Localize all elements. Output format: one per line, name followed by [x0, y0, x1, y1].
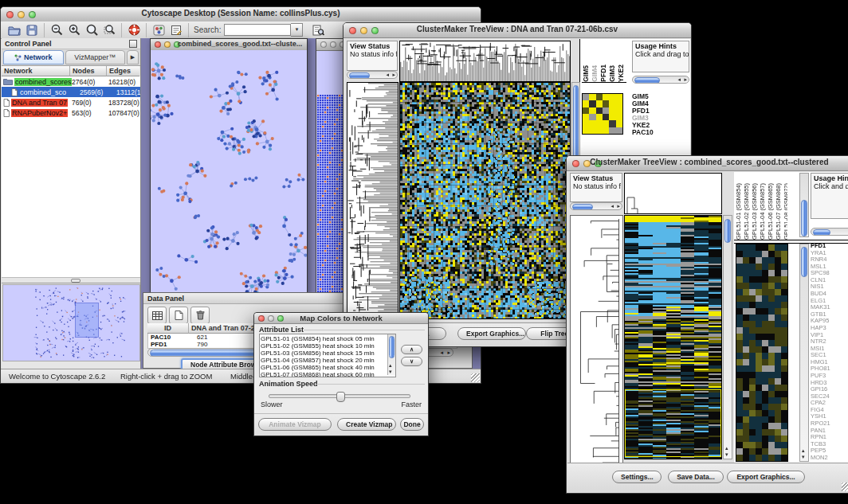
more-tabs-button[interactable]: ▶: [127, 50, 139, 64]
tv1-global-heatmap[interactable]: [399, 82, 571, 319]
heatmap-cell[interactable]: [583, 114, 589, 120]
heatmap-cell[interactable]: [596, 107, 603, 114]
heatmap-cell[interactable]: [589, 107, 595, 114]
tv1-row-dendrogram[interactable]: [347, 82, 398, 319]
attribute-list-item[interactable]: GPL51-01 (GSM854) heat shock 05 min: [261, 335, 387, 342]
gene-label[interactable]: NTR2: [811, 338, 848, 346]
attribute-list-item[interactable]: GPL51-02 (GSM855) heat shock 10 min: [261, 342, 387, 350]
heatmap-cell[interactable]: [583, 120, 589, 127]
gene-label[interactable]: PUF3: [811, 373, 848, 380]
gene-label[interactable]: RNR4: [811, 256, 848, 264]
heatmap-cell[interactable]: [583, 107, 589, 114]
attribute-list-item[interactable]: GPL51-03 (GSM856) heat shock 15 min: [261, 350, 387, 357]
column-label[interactable]: GPL51-06 (GSM865): [767, 183, 774, 240]
column-label[interactable]: GIM4: [591, 65, 599, 82]
heatmap-cell[interactable]: [589, 120, 595, 127]
heatmap-cell[interactable]: [616, 94, 622, 100]
heatmap-cell[interactable]: [616, 100, 622, 107]
heatmap-cell[interactable]: [609, 94, 615, 100]
gene-label[interactable]: GTB1: [811, 311, 848, 318]
minimize-icon[interactable]: [164, 41, 171, 48]
col-header-edges[interactable]: Edges: [107, 66, 139, 76]
tv1-title-bar[interactable]: ClusterMaker TreeView : DNA and Tran 07-…: [344, 23, 691, 38]
toolbar-annotation-icon[interactable]: [167, 22, 185, 38]
attribute-list-item[interactable]: GPL51-07 (GSM868) heat shock 60 min: [261, 371, 387, 377]
heatmap-cell[interactable]: [616, 114, 622, 120]
search-dropdown-button[interactable]: ▼: [291, 23, 303, 37]
gene-label[interactable]: CPA2: [811, 400, 848, 407]
delete-attribute-trash-icon[interactable]: [190, 307, 210, 324]
gene-label[interactable]: SPC98: [811, 270, 848, 277]
close-icon[interactable]: [155, 41, 161, 48]
minimize-icon[interactable]: [330, 41, 336, 48]
attribute-list-item[interactable]: GPL51-06 (GSM865) heat shock 40 min: [261, 364, 387, 371]
heatmap-cell[interactable]: [596, 94, 603, 100]
col-header-network[interactable]: Network: [2, 66, 70, 76]
export-graphics-button[interactable]: Export Graphics...: [457, 327, 526, 340]
toolbar-save-session-icon[interactable]: [23, 22, 41, 38]
tv2-hints-scrollbar[interactable]: [811, 228, 848, 236]
gene-label[interactable]: KAP95: [811, 318, 848, 325]
network-overview-panel[interactable]: [2, 284, 140, 361]
network-row[interactable]: combined_scores2764(0)16218(0): [2, 76, 140, 87]
gene-label[interactable]: YRA1: [811, 250, 848, 257]
new-attribute-icon[interactable]: [169, 307, 188, 324]
gene-label[interactable]: NIS1: [811, 283, 848, 291]
heatmap-cell[interactable]: [603, 120, 609, 127]
column-label[interactable]: GPL51-07 (GSM868): [775, 183, 782, 240]
gene-label[interactable]: YSH1: [811, 413, 848, 420]
heatmap-cell[interactable]: [603, 94, 609, 100]
gene-label[interactable]: TCB3: [811, 441, 848, 448]
save-data-button[interactable]: Save Data...: [668, 471, 724, 483]
gene-label[interactable]: ELG1: [811, 298, 848, 305]
heatmap-cell[interactable]: [603, 107, 609, 114]
tab-vizmapper[interactable]: VizMapper™: [65, 50, 126, 64]
tv2-status-scrollbar[interactable]: ◂▸: [570, 202, 622, 210]
done-button[interactable]: Done: [400, 418, 424, 431]
column-label[interactable]: GPL51-02 (GSM855): [743, 183, 750, 240]
gene-label[interactable]: VIP1: [811, 332, 848, 339]
gene-label[interactable]: HRD3: [811, 380, 848, 387]
heatmap-cell[interactable]: [589, 127, 595, 134]
heatmap-cell[interactable]: [603, 114, 609, 120]
move-down-button[interactable]: ∨: [401, 357, 422, 366]
network-row[interactable]: DNA and Tran 07769(0)183728(0): [2, 97, 140, 107]
gene-label[interactable]: MSI1: [811, 346, 848, 353]
resize-grip[interactable]: [842, 483, 848, 491]
heatmap-cell[interactable]: [596, 100, 603, 107]
column-label[interactable]: GPL51-03 (GSM856): [751, 183, 758, 240]
toolbar-zoom-in-icon[interactable]: [65, 22, 83, 38]
export-graphics-button[interactable]: Export Graphics...: [727, 471, 805, 483]
gene-label[interactable]: SEC24: [811, 393, 848, 400]
heatmap-cell[interactable]: [609, 127, 615, 134]
column-label[interactable]: GPL51-04 (GSM857): [759, 183, 766, 240]
main-title-bar[interactable]: Cytoscape Desktop (Session Name: collins…: [1, 7, 481, 22]
toolbar-zoom-selected-icon[interactable]: [100, 22, 118, 38]
toolbar-open-file-icon[interactable]: [6, 22, 23, 38]
tv2-genes-v-scrollbar[interactable]: ▴▾: [799, 244, 809, 462]
animate-vizmap-button[interactable]: Animate Vizmap: [258, 418, 332, 431]
network-view-canvas[interactable]: [151, 50, 307, 294]
move-up-button[interactable]: ∧: [401, 345, 422, 354]
gene-label[interactable]: HMG1: [811, 359, 848, 366]
toolbar-help-icon[interactable]: [125, 22, 143, 38]
gene-label[interactable]: SEC1: [811, 352, 848, 359]
tv1-hints-scrollbar[interactable]: ◂▸: [632, 76, 689, 84]
gene-label[interactable]: FIG4: [811, 407, 848, 414]
column-label[interactable]: YKE2: [617, 64, 625, 82]
animation-speed-slider[interactable]: [269, 394, 410, 398]
gene-label[interactable]: RPN1: [811, 434, 848, 441]
resize-grip[interactable]: [471, 373, 480, 382]
network-row[interactable]: RNAPuberNov2+563(0)107847(0): [2, 107, 140, 118]
gene-label[interactable]: PFD1: [811, 243, 848, 250]
dialog-title-bar[interactable]: Map Colors to Network: [254, 313, 428, 324]
tv2-column-dendrogram[interactable]: [624, 173, 722, 214]
heatmap-cell[interactable]: [589, 100, 595, 107]
col-header-nodes[interactable]: Nodes: [70, 66, 107, 76]
heatmap-cell[interactable]: [603, 127, 609, 134]
tv2-row-dendrogram[interactable]: [570, 215, 623, 471]
tv2-heatmap-v-scrollbar[interactable]: ▴▾: [723, 215, 732, 459]
heatmap-cell[interactable]: [589, 114, 595, 120]
heatmap-cell[interactable]: [609, 107, 615, 114]
heatmap-cell[interactable]: [616, 120, 622, 127]
